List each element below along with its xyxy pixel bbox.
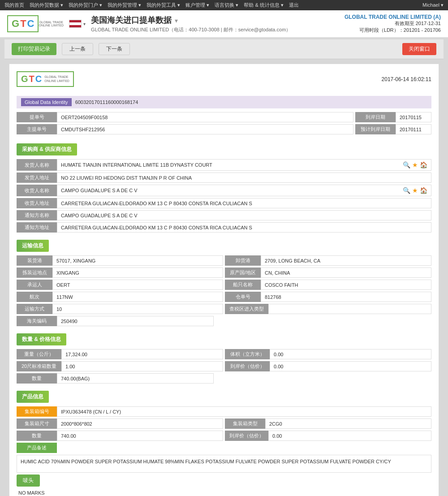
consignee-name-value: CAMPO GUADALUPE S A DE C V 🔍 ★ 🏠 [57, 185, 431, 196]
voyage-label: 航次 [17, 292, 52, 302]
print-button[interactable]: 打印贸易记录 [12, 43, 56, 55]
product-quantity-field: 数量 740.00 [17, 431, 223, 441]
flag-icon [69, 20, 82, 28]
close-button[interactable]: 关闭窗口 [402, 43, 436, 55]
voyage-field: 航次 117NW [17, 292, 223, 302]
weight-value: 17,324.00 [61, 349, 223, 359]
record-logo-c: C [35, 74, 42, 84]
notify-name-row: 通知方名称 CAMPO GUADALUPE S A DE C V [17, 210, 431, 220]
shipper-addr-value: NO 22 LIUWEI RD HEDONG DIST TIANJIN P R … [57, 173, 431, 183]
consignee-icons: 🔍 ★ 🏠 [403, 187, 427, 194]
nav-help[interactable]: 帮助 & 统计信息 ▾ [244, 2, 284, 9]
notify-name-label: 通知方名称 [17, 210, 57, 220]
warehouse-value: 812768 [261, 292, 431, 302]
gdi-value: 60032017011160000168174 [75, 99, 138, 105]
company-name: GLOBAL TRADE ONLINE LIMITED (A) [345, 14, 441, 20]
nav-portal[interactable]: 我的外贸门户 ▾ [69, 2, 102, 9]
container20-field: 20尺标准箱数量 1.00 [17, 361, 223, 371]
prev-button[interactable]: 上一条 [62, 43, 93, 55]
product-description: HUMIC ACID 70%MIN POWDER SUPER POTASSIUM… [17, 455, 431, 473]
desc-label: 产品备述 [17, 443, 57, 453]
master-bill-row: 主提单号 CMDUTSHF212956 预计到岸日期 20170111 [17, 124, 431, 134]
top-toolbar: 打印贸易记录 上一条 下一条 关闭窗口 [4, 39, 444, 59]
page-title: 美国海关进口提单数据 ▾ [91, 15, 291, 26]
unloading-port-value: 2709, LONG BEACH, CA [261, 255, 431, 266]
est-arrival-value: 20170111 [396, 124, 431, 134]
consignee-star-icon[interactable]: ★ [412, 187, 418, 194]
content-wrapper: 打印贸易记录 上一条 下一条 关闭窗口 G T C GLOBAL TRADEON… [0, 38, 448, 496]
nav-data[interactable]: 我的外贸数据 ▾ [30, 2, 63, 9]
shipper-addr-row: 发货人地址 NO 22 LIUWEI RD HEDONG DIST TIANJI… [17, 173, 431, 183]
cargo-zone-field: 查税区进入类型 [225, 304, 431, 314]
time-range: 可用时段（LDR）：201201 - 201706 [345, 27, 441, 34]
product-arrival-price-value: 0.00 [268, 431, 431, 441]
nav-home[interactable]: 我的首页 [4, 2, 24, 9]
customs-code-value: 250490 [57, 316, 214, 326]
nav-tools[interactable]: 我的外贸工具 ▾ [146, 2, 180, 9]
nav-logout[interactable]: 退出 [289, 2, 299, 9]
bill-number-value: OERT204509F00158 [57, 112, 353, 122]
loading-place-field: 拣装运地点 XINGANG [17, 267, 223, 278]
record-logo: G T C GLOBAL TRADEONLINE LIMITED [17, 71, 74, 87]
volume-value: 0.00 [270, 349, 431, 359]
shipper-name-row: 发货人名称 HUMATE TIANJIN INTERNATIONAL LIMIT… [17, 159, 431, 171]
container-size-field: 集装箱尺寸 2000*806*802 [17, 418, 223, 429]
quantity-value: 740.00(BAG) [57, 373, 214, 384]
master-bill-label: 主提单号 [17, 124, 57, 134]
consignee-name-label: 收货人名称 [17, 185, 57, 196]
bill-number-field: 提单号 OERT204509F00158 [17, 112, 353, 122]
shipper-search-icon[interactable]: 🔍 [403, 161, 410, 168]
shipper-star-icon[interactable]: ★ [412, 161, 418, 168]
title-caret: ▾ [175, 17, 178, 24]
consignee-addr-row: 收货人地址 CARRETERA GULIACAN-ELDORADO KM 13 … [17, 198, 431, 208]
title-text: 美国海关进口提单数据 [91, 16, 172, 25]
buyer-supplier-section: 采购商 & 供应商信息 发货人名称 HUMATE TIANJIN INTERNA… [17, 138, 431, 233]
product-quantity-price-row: 数量 740.00 到岸价（估价） 0.00 [17, 431, 431, 441]
quantity-price-section: 数量 & 价格信息 重量（公斤） 17,324.00 体积（立方米） 0.00 … [17, 328, 431, 384]
transport-cargo-row: 运输方式 10 查税区进入类型 [17, 304, 431, 314]
est-arrival-label: 预计到岸日期 [355, 124, 396, 134]
weight-volume-row: 重量（公斤） 17,324.00 体积（立方米） 0.00 [17, 349, 431, 359]
consignee-search-icon[interactable]: 🔍 [403, 187, 410, 194]
header-right: GLOBAL TRADE ONLINE LIMITED (A) 有效期至 201… [345, 14, 441, 34]
carrier-value: OERT [52, 280, 223, 290]
flag-selector[interactable]: ▾ [69, 20, 86, 28]
company-logo: G T C GLOBAL TRADEONLINE LIMITED [7, 15, 64, 32]
user-menu[interactable]: Michael ▾ [422, 2, 444, 8]
customs-code-row: 海关编码 250490 [17, 316, 431, 326]
cargo-zone-label: 查税区进入类型 [225, 304, 268, 314]
nav-management[interactable]: 我的外贸管理 ▾ [108, 2, 141, 9]
page-header: G T C GLOBAL TRADEONLINE LIMITED ▾ 美国海关进… [0, 10, 448, 38]
next-button[interactable]: 下一条 [99, 43, 130, 55]
nav-language[interactable]: 语言切换 ▾ [215, 2, 238, 9]
master-bill-value: CMDUTSHF212956 [57, 124, 353, 134]
container-no-row: 集装箱编号 IPXU3634478 (CN / L / CY) [17, 406, 431, 417]
record-date: 2017-06-14 16:02:11 [382, 76, 431, 82]
container-type-value: 2CG0 [265, 418, 431, 429]
shipper-home-icon[interactable]: 🏠 [420, 161, 427, 168]
marks-label-button[interactable]: 唛头 [17, 474, 40, 487]
marks-section: 唛头 NO MARKS [17, 474, 431, 496]
unloading-port-label: 卸货港 [225, 255, 261, 266]
nav-account[interactable]: 账户管理 ▾ [185, 2, 209, 9]
container20-value: 1.00 [61, 361, 223, 371]
notify-addr-row: 通知方地址 CARRETERA GULIACAN-ELDORADO KM 13 … [17, 222, 431, 233]
logo-box: G T C [7, 15, 39, 32]
quantity-label: 数量 [17, 373, 57, 384]
product-quantity-label: 数量 [17, 431, 57, 441]
notify-addr-label: 通知方地址 [17, 222, 57, 233]
header-title-area: 美国海关进口提单数据 ▾ GLOBAL TRADE ONLINE LIMITED… [91, 15, 291, 33]
consignee-home-icon[interactable]: 🏠 [420, 187, 427, 194]
transport-mode-label: 运输方式 [17, 304, 52, 314]
origin-country-label: 原产国/地区 [225, 267, 261, 278]
container20-label: 20尺标准箱数量 [17, 361, 61, 371]
logo-subtitle: GLOBAL TRADEONLINE LIMITED [39, 21, 64, 27]
arrival-price-field: 到岸价（估价） 0.00 [225, 361, 431, 371]
arrival-price-label: 到岸价（估价） [225, 361, 270, 371]
shipper-name-value: HUMATE TIANJIN INTERNATIONAL LIMITE 11B … [57, 159, 431, 171]
transport-mode-value: 10 [52, 304, 223, 314]
nav-links: 我的首页 我的外贸数据 ▾ 我的外贸门户 ▾ 我的外贸管理 ▾ 我的外贸工具 ▾… [4, 2, 299, 9]
buyer-supplier-title: 采购商 & 供应商信息 [17, 143, 77, 155]
product-quantity-value: 740.00 [57, 431, 223, 441]
loading-port-field: 装货港 57017, XINGANG [17, 255, 223, 266]
